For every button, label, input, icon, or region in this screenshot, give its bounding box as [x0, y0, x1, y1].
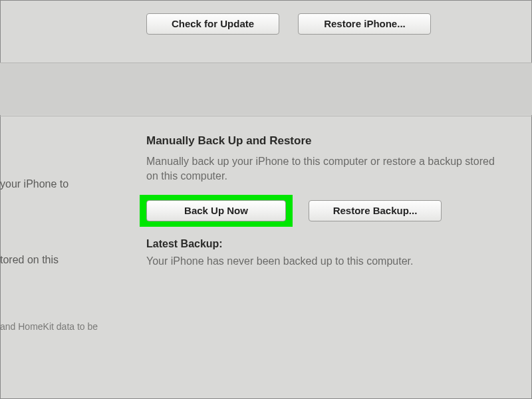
top-button-row: Check for Update Restore iPhone...: [0, 13, 532, 35]
latest-backup-section: Latest Backup: Your iPhone has never bee…: [146, 238, 519, 267]
back-up-now-highlight: Back Up Now: [140, 195, 293, 227]
left-text-fragment: your iPhone to: [0, 178, 68, 190]
manual-backup-description: Manually back up your iPhone to this com…: [146, 154, 505, 183]
section-header-band: [0, 63, 532, 115]
manual-backup-heading: Manually Back Up and Restore: [146, 134, 519, 148]
backup-button-row: Back Up Now Restore Backup...: [146, 195, 519, 227]
check-for-update-button[interactable]: Check for Update: [146, 13, 279, 35]
back-up-now-button[interactable]: Back Up Now: [146, 200, 286, 221]
left-text-fragment: tored on this: [0, 254, 59, 266]
restore-backup-button[interactable]: Restore Backup...: [309, 200, 442, 221]
restore-iphone-button[interactable]: Restore iPhone...: [298, 13, 431, 35]
manual-backup-section: Manually Back Up and Restore Manually ba…: [146, 134, 519, 227]
divider: [0, 116, 532, 116]
latest-backup-heading: Latest Backup:: [146, 238, 519, 250]
left-text-fragment: and HomeKit data to be: [0, 321, 98, 332]
latest-backup-text: Your iPhone has never been backed up to …: [146, 255, 519, 267]
